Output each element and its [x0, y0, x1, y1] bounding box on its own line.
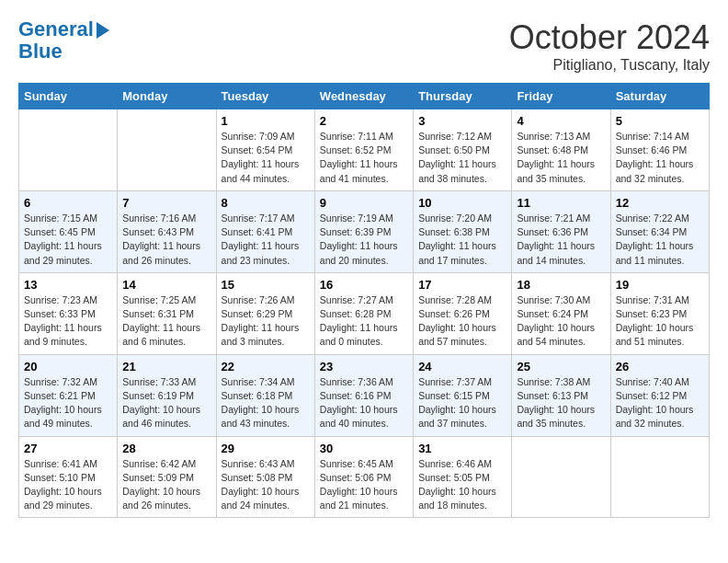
- calendar-cell: 29Sunrise: 6:43 AM Sunset: 5:08 PM Dayli…: [216, 436, 314, 518]
- day-number: 22: [222, 360, 310, 373]
- calendar-week-row: 1Sunrise: 7:09 AM Sunset: 6:54 PM Daylig…: [19, 109, 710, 191]
- day-number: 5: [616, 114, 704, 128]
- day-detail: Sunrise: 7:31 AM Sunset: 6:23 PM Dayligh…: [616, 293, 704, 350]
- day-number: 18: [517, 278, 605, 292]
- calendar-cell: 31Sunrise: 6:46 AM Sunset: 5:05 PM Dayli…: [414, 436, 512, 518]
- calendar-header-row: SundayMondayTuesdayWednesdayThursdayFrid…: [19, 84, 710, 109]
- calendar-cell: 11Sunrise: 7:21 AM Sunset: 6:36 PM Dayli…: [512, 190, 610, 272]
- day-number: 12: [616, 196, 704, 210]
- calendar-cell: 22Sunrise: 7:34 AM Sunset: 6:18 PM Dayli…: [216, 354, 314, 436]
- calendar-cell: 4Sunrise: 7:13 AM Sunset: 6:48 PM Daylig…: [512, 109, 610, 191]
- day-number: 26: [616, 360, 704, 373]
- location: Pitigliano, Tuscany, Italy: [509, 57, 710, 74]
- day-detail: Sunrise: 7:26 AM Sunset: 6:29 PM Dayligh…: [222, 293, 310, 350]
- day-detail: Sunrise: 6:43 AM Sunset: 5:08 PM Dayligh…: [222, 457, 310, 513]
- calendar-cell: [19, 109, 118, 191]
- day-number: 30: [320, 442, 408, 455]
- day-number: 24: [418, 360, 506, 373]
- calendar-cell: 19Sunrise: 7:31 AM Sunset: 6:23 PM Dayli…: [610, 272, 709, 354]
- day-detail: Sunrise: 6:46 AM Sunset: 5:05 PM Dayligh…: [418, 457, 506, 513]
- col-header-sunday: Sunday: [19, 84, 118, 109]
- calendar-cell: 20Sunrise: 7:32 AM Sunset: 6:21 PM Dayli…: [19, 354, 118, 436]
- calendar-cell: [118, 109, 216, 191]
- logo-text-blue: Blue: [18, 40, 109, 63]
- calendar-cell: 7Sunrise: 7:16 AM Sunset: 6:43 PM Daylig…: [118, 190, 216, 272]
- calendar-cell: 5Sunrise: 7:14 AM Sunset: 6:46 PM Daylig…: [610, 109, 709, 191]
- calendar-cell: 6Sunrise: 7:15 AM Sunset: 6:45 PM Daylig…: [19, 190, 118, 272]
- day-detail: Sunrise: 7:21 AM Sunset: 6:36 PM Dayligh…: [517, 212, 605, 268]
- day-detail: Sunrise: 7:14 AM Sunset: 6:46 PM Dayligh…: [616, 130, 704, 186]
- calendar-cell: 3Sunrise: 7:12 AM Sunset: 6:50 PM Daylig…: [414, 109, 512, 191]
- day-number: 7: [122, 196, 210, 210]
- calendar-cell: 13Sunrise: 7:23 AM Sunset: 6:33 PM Dayli…: [19, 272, 118, 354]
- day-number: 15: [222, 278, 310, 292]
- day-detail: Sunrise: 7:40 AM Sunset: 6:12 PM Dayligh…: [616, 375, 704, 431]
- logo-text: General: [18, 18, 94, 40]
- calendar-cell: 21Sunrise: 7:33 AM Sunset: 6:19 PM Dayli…: [118, 354, 216, 436]
- day-number: 4: [517, 114, 605, 128]
- day-detail: Sunrise: 7:13 AM Sunset: 6:48 PM Dayligh…: [517, 130, 605, 186]
- calendar-cell: 27Sunrise: 6:41 AM Sunset: 5:10 PM Dayli…: [19, 436, 118, 518]
- day-detail: Sunrise: 7:22 AM Sunset: 6:34 PM Dayligh…: [616, 212, 704, 268]
- day-number: 28: [122, 442, 210, 455]
- logo: General Blue: [18, 18, 109, 63]
- day-number: 16: [320, 278, 408, 292]
- day-detail: Sunrise: 7:25 AM Sunset: 6:31 PM Dayligh…: [122, 293, 210, 350]
- day-number: 2: [320, 114, 408, 128]
- day-number: 3: [418, 114, 506, 128]
- day-number: 6: [24, 196, 112, 210]
- month-title: October 2024: [509, 18, 710, 57]
- day-detail: Sunrise: 7:30 AM Sunset: 6:24 PM Dayligh…: [517, 293, 605, 350]
- page-header: General Blue October 2024 Pitigliano, Tu…: [18, 18, 710, 74]
- col-header-saturday: Saturday: [610, 84, 709, 109]
- day-number: 17: [418, 278, 506, 292]
- day-number: 11: [517, 196, 605, 210]
- day-number: 19: [616, 278, 704, 292]
- day-detail: Sunrise: 7:28 AM Sunset: 6:26 PM Dayligh…: [418, 293, 506, 350]
- day-detail: Sunrise: 7:38 AM Sunset: 6:13 PM Dayligh…: [517, 375, 605, 431]
- day-number: 10: [418, 196, 506, 210]
- day-number: 27: [24, 442, 112, 455]
- calendar-cell: 23Sunrise: 7:36 AM Sunset: 6:16 PM Dayli…: [314, 354, 413, 436]
- calendar-cell: 9Sunrise: 7:19 AM Sunset: 6:39 PM Daylig…: [314, 190, 413, 272]
- calendar-cell: 8Sunrise: 7:17 AM Sunset: 6:41 PM Daylig…: [216, 190, 314, 272]
- day-detail: Sunrise: 7:34 AM Sunset: 6:18 PM Dayligh…: [222, 375, 310, 431]
- day-detail: Sunrise: 7:17 AM Sunset: 6:41 PM Dayligh…: [222, 212, 310, 268]
- calendar-cell: 18Sunrise: 7:30 AM Sunset: 6:24 PM Dayli…: [512, 272, 610, 354]
- calendar-cell: 24Sunrise: 7:37 AM Sunset: 6:15 PM Dayli…: [414, 354, 512, 436]
- calendar-table: SundayMondayTuesdayWednesdayThursdayFrid…: [18, 83, 710, 518]
- calendar-cell: [610, 436, 709, 518]
- day-number: 31: [418, 442, 506, 455]
- day-detail: Sunrise: 7:15 AM Sunset: 6:45 PM Dayligh…: [24, 212, 112, 268]
- calendar-cell: 12Sunrise: 7:22 AM Sunset: 6:34 PM Dayli…: [610, 190, 709, 272]
- day-number: 9: [320, 196, 408, 210]
- day-detail: Sunrise: 7:23 AM Sunset: 6:33 PM Dayligh…: [24, 293, 112, 350]
- calendar-cell: 10Sunrise: 7:20 AM Sunset: 6:38 PM Dayli…: [414, 190, 512, 272]
- calendar-cell: 15Sunrise: 7:26 AM Sunset: 6:29 PM Dayli…: [216, 272, 314, 354]
- day-detail: Sunrise: 7:32 AM Sunset: 6:21 PM Dayligh…: [24, 375, 112, 431]
- col-header-thursday: Thursday: [414, 84, 512, 109]
- day-detail: Sunrise: 7:11 AM Sunset: 6:52 PM Dayligh…: [320, 130, 408, 186]
- calendar-cell: [512, 436, 610, 518]
- col-header-wednesday: Wednesday: [314, 84, 413, 109]
- calendar-week-row: 6Sunrise: 7:15 AM Sunset: 6:45 PM Daylig…: [19, 190, 710, 272]
- calendar-cell: 30Sunrise: 6:45 AM Sunset: 5:06 PM Dayli…: [314, 436, 413, 518]
- calendar-week-row: 20Sunrise: 7:32 AM Sunset: 6:21 PM Dayli…: [19, 354, 710, 436]
- day-number: 1: [222, 114, 310, 128]
- col-header-tuesday: Tuesday: [216, 84, 314, 109]
- day-number: 20: [24, 360, 112, 373]
- calendar-cell: 2Sunrise: 7:11 AM Sunset: 6:52 PM Daylig…: [314, 109, 413, 191]
- calendar-cell: 16Sunrise: 7:27 AM Sunset: 6:28 PM Dayli…: [314, 272, 413, 354]
- calendar-cell: 28Sunrise: 6:42 AM Sunset: 5:09 PM Dayli…: [118, 436, 216, 518]
- day-number: 25: [517, 360, 605, 373]
- day-detail: Sunrise: 7:33 AM Sunset: 6:19 PM Dayligh…: [122, 375, 210, 431]
- day-number: 23: [320, 360, 408, 373]
- day-number: 21: [122, 360, 210, 373]
- calendar-week-row: 13Sunrise: 7:23 AM Sunset: 6:33 PM Dayli…: [19, 272, 710, 354]
- title-block: October 2024 Pitigliano, Tuscany, Italy: [509, 18, 710, 74]
- day-number: 8: [222, 196, 310, 210]
- calendar-cell: 14Sunrise: 7:25 AM Sunset: 6:31 PM Dayli…: [118, 272, 216, 354]
- day-detail: Sunrise: 7:19 AM Sunset: 6:39 PM Dayligh…: [320, 212, 408, 268]
- calendar-week-row: 27Sunrise: 6:41 AM Sunset: 5:10 PM Dayli…: [19, 436, 710, 518]
- day-detail: Sunrise: 7:16 AM Sunset: 6:43 PM Dayligh…: [122, 212, 210, 268]
